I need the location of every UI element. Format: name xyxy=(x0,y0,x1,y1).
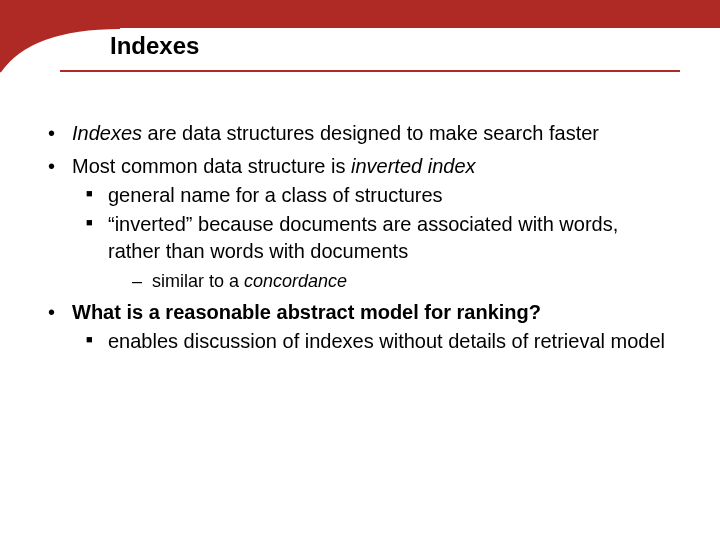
text-run: are data structures designed to make sea… xyxy=(142,122,599,144)
sub-sub-bullet-item: similar to a concordance xyxy=(108,269,665,293)
bullet-item: What is a reasonable abstract model for … xyxy=(40,299,665,355)
slide-title: Indexes xyxy=(110,28,199,60)
text-emphasis: Indexes xyxy=(72,122,142,144)
sub-bullet-item: general name for a class of structures xyxy=(72,182,665,209)
sub-bullet-item: “inverted” because documents are associa… xyxy=(72,211,665,293)
bullet-item: Indexes are data structures designed to … xyxy=(40,120,665,147)
bullet-item: Most common data structure is inverted i… xyxy=(40,153,665,293)
slide-body: Indexes are data structures designed to … xyxy=(40,120,665,361)
text-emphasis: inverted index xyxy=(351,155,476,177)
text-emphasis: concordance xyxy=(244,271,347,291)
text-bold: What is a reasonable abstract model for … xyxy=(72,301,541,323)
sub-bullet-item: enables discussion of indexes without de… xyxy=(72,328,665,355)
text-run: Most common data structure is xyxy=(72,155,351,177)
text-run: enables discussion of indexes without de… xyxy=(108,330,665,352)
text-run: general name for a class of structures xyxy=(108,184,443,206)
title-underline xyxy=(60,70,680,72)
text-run: “inverted” because documents are associa… xyxy=(108,213,618,262)
slide: Indexes Indexes are data structures desi… xyxy=(0,0,720,540)
text-run: similar to a xyxy=(152,271,244,291)
corner-curve-decoration xyxy=(0,0,120,75)
